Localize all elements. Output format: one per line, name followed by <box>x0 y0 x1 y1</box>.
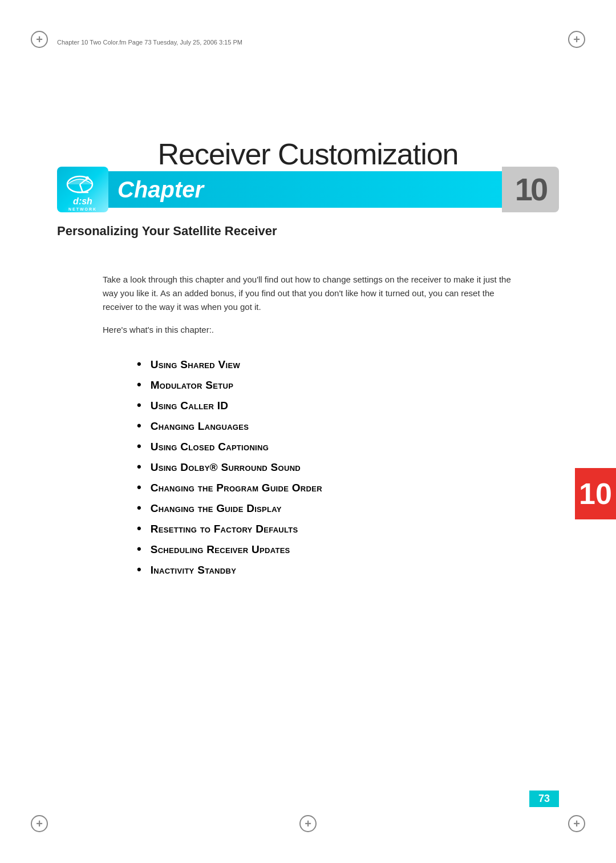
toc-item-text-11: Inactivity Standby <box>151 564 236 576</box>
toc-item-text-6: Using Dolby® Surround Sound <box>151 461 301 474</box>
main-content: Receiver Customization <box>57 63 559 800</box>
chapter-number-graphic: 10 <box>496 167 559 212</box>
page: Chapter 10 Two Color.fm Page 73 Tuesday,… <box>0 0 616 863</box>
toc-item-text-7: Changing the Program Guide Order <box>151 482 322 494</box>
toc-item-text-5: Using Closed Captioning <box>151 441 269 453</box>
chapter-header: Receiver Customization <box>57 137 559 239</box>
toc-item-9: Resetting to Factory Defaults <box>137 518 513 539</box>
dish-text: d:sh <box>66 197 100 206</box>
reg-mark-bm <box>299 815 317 832</box>
reg-mark-tr <box>568 31 585 48</box>
chapter-bar: Chapter <box>106 171 502 208</box>
reg-mark-br <box>568 815 585 832</box>
intro-paragraph: Take a look through this chapter and you… <box>103 273 513 314</box>
intro-subtext: Here's what's in this chapter:. <box>103 323 513 337</box>
dish-logo: d:sh NETWORK <box>57 167 108 212</box>
toc-item-text-10: Scheduling Receiver Updates <box>151 543 290 556</box>
network-text: NETWORK <box>66 207 100 211</box>
toc-item-10: Scheduling Receiver Updates <box>137 539 513 559</box>
toc-item-3: Using Caller ID <box>137 395 513 416</box>
chapter-num-display: 10 <box>515 174 546 205</box>
toc-list: Using Shared View Modulator Setup Using … <box>103 354 513 580</box>
toc-item-11: Inactivity Standby <box>137 559 513 580</box>
dish-logo-inner: d:sh NETWORK <box>66 168 100 211</box>
chapter-banner: d:sh NETWORK Chapter 10 <box>57 167 559 212</box>
toc-item-text-9: Resetting to Factory Defaults <box>151 523 298 535</box>
toc-item-text-8: Changing the Guide Display <box>151 502 282 515</box>
chapter-subtitle-text: Personalizing Your Satellite Receiver <box>57 224 277 238</box>
chapter-tab: 10 <box>575 468 616 519</box>
toc-item-1: Using Shared View <box>137 354 513 374</box>
chapter-bar-label: Chapter <box>117 177 204 203</box>
intro-text-2: Here's what's in this chapter:. <box>103 325 214 334</box>
toc-item-text-4: Changing Languages <box>151 420 249 433</box>
reg-mark-tl <box>31 31 48 48</box>
toc-item-text-3: Using Caller ID <box>151 400 229 412</box>
toc-item-8: Changing the Guide Display <box>137 498 513 518</box>
chapter-num-bg: 10 <box>502 167 559 212</box>
toc-item-text-2: Modulator Setup <box>151 379 233 392</box>
chapter-tab-number: 10 <box>579 477 612 511</box>
toc-item-6: Using Dolby® Surround Sound <box>137 457 513 477</box>
toc-item-7: Changing the Program Guide Order <box>137 477 513 498</box>
svg-line-1 <box>80 184 83 192</box>
intro-text-1: Take a look through this chapter and you… <box>103 275 511 312</box>
chapter-title: Receiver Customization <box>57 137 559 171</box>
chapter-subtitle: Personalizing Your Satellite Receiver <box>57 224 559 239</box>
toc-item-5: Using Closed Captioning <box>137 436 513 457</box>
svg-point-4 <box>86 176 89 180</box>
dish-satellite-icon <box>66 168 100 197</box>
reg-mark-bl <box>31 815 48 832</box>
page-meta: Chapter 10 Two Color.fm Page 73 Tuesday,… <box>57 39 242 46</box>
toc-item-2: Modulator Setup <box>137 374 513 395</box>
toc-item-4: Changing Languages <box>137 416 513 436</box>
toc-item-text-1: Using Shared View <box>151 358 240 371</box>
